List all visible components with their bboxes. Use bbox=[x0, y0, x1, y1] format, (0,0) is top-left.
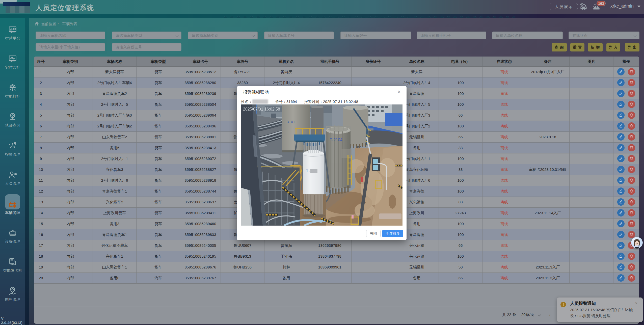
svg-text:-3101: -3101 bbox=[285, 120, 295, 124]
svg-text:2025/07/31 16:02:58: 2025/07/31 16:02:58 bbox=[243, 107, 280, 111]
svg-text:T-2104: T-2104 bbox=[330, 138, 342, 142]
